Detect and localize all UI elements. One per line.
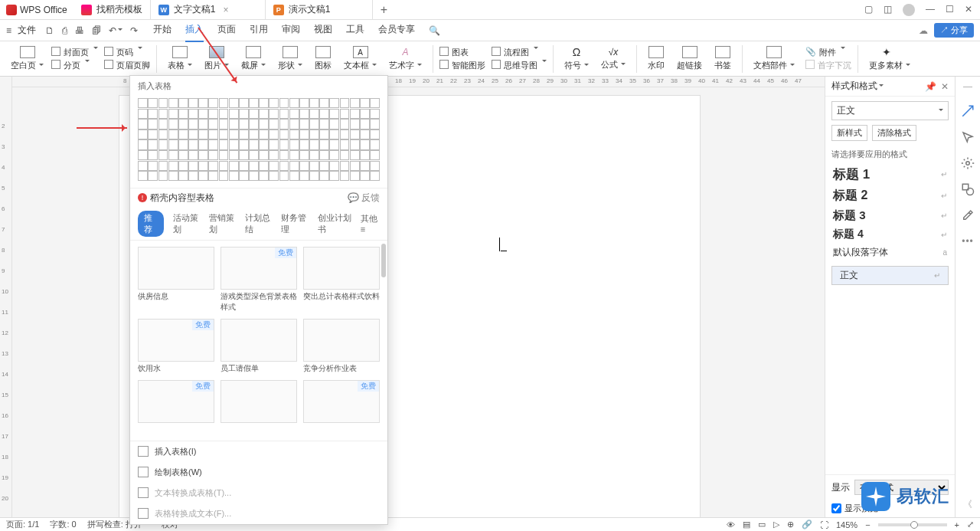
grid-cell[interactable]: [309, 109, 319, 119]
rail-collapse-icon[interactable]: —: [963, 81, 972, 92]
grid-cell[interactable]: [350, 119, 360, 129]
pin-icon[interactable]: 📌: [925, 81, 936, 92]
grid-cell[interactable]: [350, 171, 360, 181]
current-style-select[interactable]: 正文: [831, 101, 949, 120]
tab-tools[interactable]: 工具: [346, 18, 364, 42]
grid-cell[interactable]: [370, 161, 380, 171]
ribbon-hyperlink[interactable]: 超链接: [672, 46, 707, 71]
grid-cell[interactable]: [279, 161, 289, 171]
ribbon-symbol[interactable]: Ω符号: [560, 46, 593, 71]
preview-checkbox[interactable]: [831, 503, 841, 513]
view-read-icon[interactable]: ▭: [758, 520, 766, 529]
undo-icon[interactable]: ↶: [109, 25, 122, 36]
grid-cell[interactable]: [259, 98, 269, 108]
grid-cell[interactable]: [350, 150, 360, 160]
ribbon-more[interactable]: ✦更多素材: [864, 46, 915, 71]
grid-cell[interactable]: [319, 129, 329, 139]
grid-cell[interactable]: [299, 109, 309, 119]
grid-cell[interactable]: [239, 150, 249, 160]
grid-cell[interactable]: [219, 119, 229, 129]
grid-cell[interactable]: [148, 150, 158, 160]
grid-cell[interactable]: [158, 139, 168, 149]
grid-cell[interactable]: [350, 161, 360, 171]
template-card[interactable]: [220, 380, 297, 434]
ribbon-shape[interactable]: 形状: [273, 46, 307, 71]
grid-cell[interactable]: [229, 129, 239, 139]
grid-cell[interactable]: [158, 119, 168, 129]
grid-cell[interactable]: [370, 109, 380, 119]
grid-cell[interactable]: [158, 161, 168, 171]
grid-cell[interactable]: [340, 139, 350, 149]
grid-cell[interactable]: [309, 171, 319, 181]
grid-cell[interactable]: [208, 139, 218, 149]
grid-cell[interactable]: [259, 109, 269, 119]
grid-cell[interactable]: [309, 119, 319, 129]
tab-view[interactable]: 视图: [314, 18, 332, 42]
grid-cell[interactable]: [329, 150, 339, 160]
tab-page[interactable]: 页面: [217, 18, 236, 42]
redo-icon[interactable]: ↷: [130, 25, 138, 36]
grid-cell[interactable]: [309, 139, 319, 149]
grid-cell[interactable]: [239, 129, 249, 139]
tab-review[interactable]: 审阅: [282, 18, 300, 42]
grid-cell[interactable]: [249, 98, 259, 108]
grid-cell[interactable]: [289, 129, 299, 139]
grid-cell[interactable]: [168, 119, 178, 129]
rail-tools-icon[interactable]: [961, 208, 975, 222]
grid-cell[interactable]: [259, 129, 269, 139]
tmpl-tab-5[interactable]: 创业计划书: [318, 212, 351, 235]
grid-cell[interactable]: [279, 139, 289, 149]
grid-cell[interactable]: [148, 171, 158, 181]
grid-cell[interactable]: [168, 129, 178, 139]
save-icon[interactable]: ⎙: [62, 25, 67, 36]
grid-cell[interactable]: [168, 171, 178, 181]
grid-cell[interactable]: [219, 171, 229, 181]
grid-cell[interactable]: [168, 150, 178, 160]
view-eye-icon[interactable]: 👁: [727, 520, 735, 529]
ribbon-mindmap[interactable]: 思维导图: [492, 60, 547, 71]
grid-cell[interactable]: [168, 109, 178, 119]
grid-cell[interactable]: [188, 171, 198, 181]
grid-cell[interactable]: [299, 129, 309, 139]
grid-cell[interactable]: [289, 150, 299, 160]
zoom-slider[interactable]: [878, 523, 947, 526]
grid-cell[interactable]: [188, 129, 198, 139]
tab-pres1[interactable]: P 演示文稿1: [266, 0, 373, 19]
ribbon-blank-page[interactable]: 空白页: [6, 46, 48, 71]
grid-cell[interactable]: [259, 161, 269, 171]
grid-cell[interactable]: [299, 161, 309, 171]
tmpl-tab-1[interactable]: 活动策划: [173, 212, 200, 235]
add-tab-button[interactable]: +: [373, 3, 395, 17]
grid-cell[interactable]: [329, 129, 339, 139]
grid-cell[interactable]: [340, 98, 350, 108]
grid-cell[interactable]: [350, 129, 360, 139]
style-item[interactable]: 标题 1↵: [825, 163, 955, 185]
grid-cell[interactable]: [229, 171, 239, 181]
grid-cell[interactable]: [289, 119, 299, 129]
ribbon-cover[interactable]: 封面页: [51, 47, 98, 58]
grid-cell[interactable]: [158, 150, 168, 160]
grid-cell[interactable]: [219, 98, 229, 108]
ribbon-chart[interactable]: 图表: [439, 47, 485, 58]
maximize-button[interactable]: ☐: [946, 4, 954, 16]
grid-cell[interactable]: [188, 139, 198, 149]
view-outline-icon[interactable]: ▷: [773, 520, 779, 529]
grid-cell[interactable]: [198, 139, 208, 149]
search-icon[interactable]: 🔍: [429, 25, 440, 36]
new-icon[interactable]: 🗋: [45, 25, 54, 36]
tmpl-tab-3[interactable]: 计划总结: [245, 212, 272, 235]
grid-cell[interactable]: [370, 171, 380, 181]
focus-icon[interactable]: ⛶: [820, 520, 828, 529]
grid-cell[interactable]: [229, 150, 239, 160]
grid-cell[interactable]: [148, 119, 158, 129]
grid-cell[interactable]: [370, 150, 380, 160]
grid-cell[interactable]: [198, 119, 208, 129]
grid-cell[interactable]: [198, 109, 208, 119]
grid-cell[interactable]: [279, 171, 289, 181]
share-button[interactable]: ↗ 分享: [934, 23, 974, 38]
menu-file[interactable]: 文件: [18, 24, 36, 37]
template-card[interactable]: 员工请假单: [220, 319, 297, 374]
rail-style-icon[interactable]: [961, 104, 975, 118]
print-preview-icon[interactable]: 🗐: [92, 25, 101, 36]
grid-cell[interactable]: [329, 139, 339, 149]
